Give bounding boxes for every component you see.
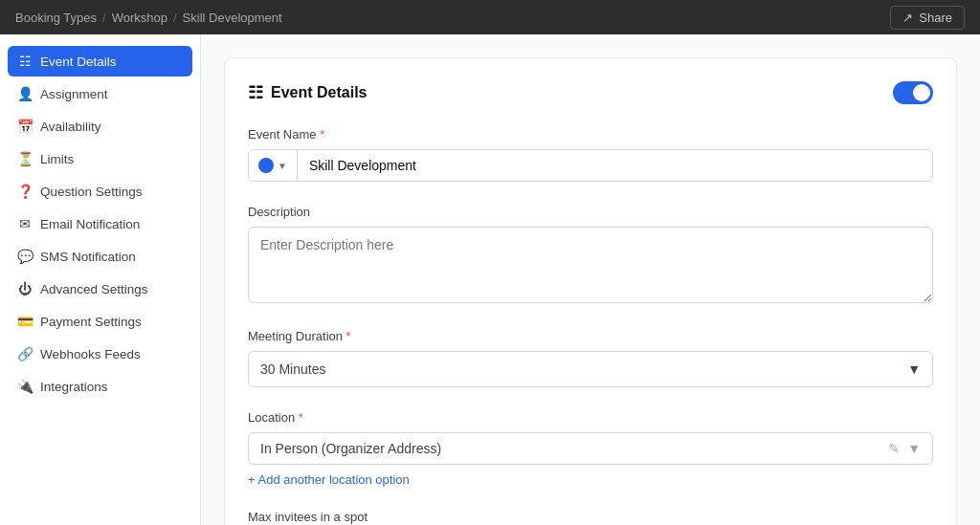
breadcrumb-sep-1: / xyxy=(102,11,106,25)
event-details-toggle[interactable] xyxy=(893,81,933,104)
advanced-settings-icon: ⏻ xyxy=(17,281,33,296)
event-name-row: ▼ xyxy=(248,149,933,182)
meeting-duration-section: Meeting Duration * 30 Minutes ▼ xyxy=(248,329,933,387)
breadcrumb: Booking Types / Workshop / Skill Develop… xyxy=(15,11,282,25)
limits-icon: ⏳ xyxy=(17,151,33,166)
color-picker-button[interactable]: ▼ xyxy=(249,150,298,181)
card-title: ☷ Event Details xyxy=(248,82,367,103)
sidebar-item-label: Limits xyxy=(40,152,74,166)
sidebar-item-event-details[interactable]: ☷ Event Details xyxy=(8,46,192,77)
description-input[interactable] xyxy=(248,227,933,303)
question-settings-icon: ❓ xyxy=(17,184,33,199)
sidebar-item-label: Email Notification xyxy=(40,217,140,231)
sidebar-item-label: Availability xyxy=(40,120,101,134)
card-header: ☷ Event Details xyxy=(248,81,933,104)
breadcrumb-sep-2: / xyxy=(173,11,177,25)
max-invitees-section: Max invitees in a spot Display remaining… xyxy=(248,510,933,525)
sidebar-item-assignment[interactable]: 👤 Assignment xyxy=(8,78,192,109)
event-name-input[interactable] xyxy=(298,150,932,181)
required-marker: * xyxy=(317,127,325,142)
location-row: In Person (Organizer Address) ✎ ▼ xyxy=(248,432,933,465)
sidebar-item-question-settings[interactable]: ❓ Question Settings xyxy=(8,176,192,207)
sidebar-item-label: Event Details xyxy=(40,55,117,69)
event-name-section: Event Name * ▼ xyxy=(248,127,933,182)
sidebar-item-limits[interactable]: ⏳ Limits xyxy=(8,143,192,174)
location-actions: ✎ ▼ xyxy=(888,441,921,456)
meeting-duration-value: 30 Minutes xyxy=(260,361,325,377)
description-label: Description xyxy=(248,205,933,219)
required-marker-2: * xyxy=(343,329,351,343)
breadcrumb-skill-development: Skill Development xyxy=(183,11,282,25)
sms-notification-icon: 💬 xyxy=(17,249,33,264)
required-marker-3: * xyxy=(295,410,303,425)
sidebar-item-webhooks-feeds[interactable]: 🔗 Webhooks Feeds xyxy=(8,339,192,369)
sidebar-item-label: Advanced Settings xyxy=(40,282,148,296)
chevron-down-icon: ▼ xyxy=(278,161,287,171)
meeting-duration-select[interactable]: 30 Minutes ▼ xyxy=(248,351,933,387)
main-content: ☷ Event Details Event Name * ▼ xyxy=(201,34,980,525)
payment-settings-icon: 💳 xyxy=(17,314,33,329)
add-location-link[interactable]: + Add another location option xyxy=(248,472,933,487)
share-icon: ↗ xyxy=(902,11,913,25)
sidebar-item-label: Webhooks Feeds xyxy=(40,347,141,361)
sidebar: ☷ Event Details 👤 Assignment 📅 Availabil… xyxy=(0,34,201,525)
max-invitees-label: Max invitees in a spot xyxy=(248,510,933,524)
topbar: Booking Types / Workshop / Skill Develop… xyxy=(0,0,980,34)
event-name-label: Event Name * xyxy=(248,127,933,142)
edit-icon[interactable]: ✎ xyxy=(888,441,900,456)
assignment-icon: 👤 xyxy=(17,86,33,101)
location-section: Location * In Person (Organizer Address)… xyxy=(248,410,933,487)
content-card: ☷ Event Details Event Name * ▼ xyxy=(224,57,957,525)
sidebar-item-label: Integrations xyxy=(40,380,108,394)
email-notification-icon: ✉ xyxy=(17,216,33,231)
location-label: Location * xyxy=(248,410,933,425)
color-dot xyxy=(258,158,274,173)
share-label: Share xyxy=(919,11,952,25)
sidebar-item-payment-settings[interactable]: 💳 Payment Settings xyxy=(8,306,192,337)
sidebar-item-label: Question Settings xyxy=(40,185,143,199)
description-section: Description xyxy=(248,205,933,306)
breadcrumb-workshop[interactable]: Workshop xyxy=(112,11,167,25)
webhooks-icon: 🔗 xyxy=(17,346,33,361)
sidebar-item-label: Assignment xyxy=(40,87,108,101)
chevron-down-icon[interactable]: ▼ xyxy=(907,441,921,456)
event-details-icon: ☷ xyxy=(17,54,33,69)
card-title-icon: ☷ xyxy=(248,82,263,103)
location-value: In Person (Organizer Address) xyxy=(260,441,888,456)
sidebar-item-availability[interactable]: 📅 Availability xyxy=(8,111,192,142)
sidebar-item-advanced-settings[interactable]: ⏻ Advanced Settings xyxy=(8,273,192,304)
chevron-down-icon: ▼ xyxy=(907,361,921,377)
availability-icon: 📅 xyxy=(17,119,33,134)
integrations-icon: 🔌 xyxy=(17,379,33,394)
sidebar-item-email-notification[interactable]: ✉ Email Notification xyxy=(8,208,192,239)
breadcrumb-booking-types[interactable]: Booking Types xyxy=(15,11,97,25)
sidebar-item-integrations[interactable]: 🔌 Integrations xyxy=(8,371,192,402)
share-button[interactable]: ↗ Share xyxy=(890,6,965,30)
sidebar-item-label: SMS Notification xyxy=(40,250,136,264)
meeting-duration-label: Meeting Duration * xyxy=(248,329,933,343)
page-title: Event Details xyxy=(271,84,367,101)
sidebar-item-label: Payment Settings xyxy=(40,315,142,329)
sidebar-item-sms-notification[interactable]: 💬 SMS Notification xyxy=(8,241,192,272)
